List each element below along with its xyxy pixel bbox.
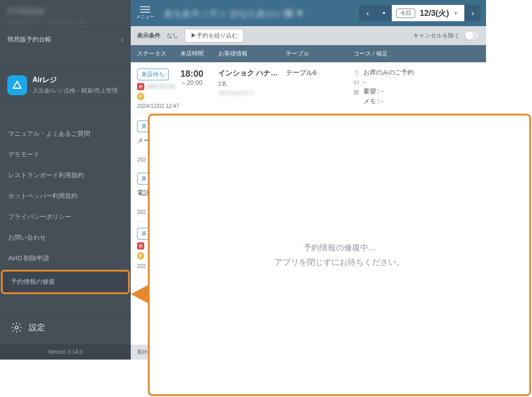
topbar: メニュー あもあキッチン おなたあらい舗 ▼ ‹ • 今日 12/3(火) ▼ …: [131, 0, 486, 26]
filter-bar: 表示条件 なし ▶予約を絞り込む キャンセルを除く: [131, 26, 486, 45]
fork-knife-icon: 🍴: [353, 69, 360, 76]
page-title[interactable]: あもあキッチン おなたあらい舗 ▼: [159, 7, 355, 19]
store-sub: あもあキッチン おなたあらい舗: [7, 18, 124, 25]
gear-icon: [11, 322, 23, 333]
cancel-filter: キャンセルを除く: [413, 31, 480, 41]
sidebar-header: CT02034 あもあキッチン おなたあらい舗: [0, 0, 131, 29]
res-code: 0462752781: [146, 83, 176, 90]
airregi-icon: [7, 75, 27, 95]
table-header: ステータス 来店時間 お客様情報 テーブル コース / 補足: [131, 45, 486, 62]
menu-label: メニュー: [136, 14, 154, 20]
col-table: テーブル: [286, 50, 353, 58]
svg-point-0: [15, 326, 18, 329]
repair-modal: 予約情報の修復中... アプリを閉じずにお待ちください。: [148, 114, 531, 396]
sidebar-row-label: 簡易版予約台帳: [7, 36, 51, 44]
date-nav: ‹ • 今日 12/3(火) ▼ ›: [359, 5, 481, 21]
guest-phone: 08078187877: [218, 90, 286, 97]
cancel-filter-label: キャンセルを除く: [413, 32, 460, 40]
version-label: Version 3.14.0: [0, 344, 131, 360]
col-time: 来店時間: [180, 50, 218, 58]
col-status: ステータス: [137, 50, 180, 58]
sidebar-item-airid-delete[interactable]: AirID 削除申請: [0, 248, 131, 269]
h-badge-icon: H: [137, 242, 144, 249]
sidebar-item-manual[interactable]: マニュアル・よくあるご質問: [0, 124, 131, 144]
p-badge-icon: P: [137, 252, 144, 259]
sidebar-item-rb-terms[interactable]: レストランボード利用規約: [0, 165, 131, 186]
tag-icon: 🏷: [353, 79, 360, 86]
date-prev-button[interactable]: ‹: [359, 5, 376, 21]
date-picker[interactable]: 今日 12/3(火) ▼: [392, 5, 464, 21]
table-cell: テーブル6: [286, 69, 353, 77]
filter-narrow-button[interactable]: ▶予約を絞り込む: [185, 29, 243, 42]
sidebar: CT02034 あもあキッチン おなたあらい舗 簡易版予約台帳 › Airレジ …: [0, 0, 131, 360]
h-badge-icon: H: [137, 83, 144, 90]
store-code: CT02034: [7, 6, 124, 17]
date-next-button[interactable]: ›: [464, 5, 481, 21]
time-start: 18:00: [180, 69, 218, 79]
col-course: コース / 補足: [353, 50, 480, 58]
course-cell: 🍴お席のみのご予約 🏷- ▤要望 : - メモ : -: [353, 69, 480, 107]
chevron-right-icon: ›: [121, 35, 124, 44]
date-text: 12/3(火): [420, 8, 449, 18]
status-badge: 来店待ち: [137, 69, 169, 80]
filter-none: なし: [167, 32, 179, 40]
filter-label: 表示条件: [137, 32, 161, 40]
hamburger-icon: [140, 6, 150, 13]
cancel-toggle[interactable]: [464, 31, 480, 41]
caret-down-icon: ▼: [454, 11, 458, 16]
reservation-row[interactable]: 来店待ち H 0462752781 P 2024/12/02 12:47 18:…: [131, 62, 486, 114]
app-desc: 入出金/レジ点検・精算/売上管理: [32, 87, 118, 95]
guest-name: インショク ハナ…: [218, 69, 286, 78]
settings-label: 設定: [29, 322, 45, 333]
date-dot-button[interactable]: •: [376, 5, 392, 21]
menu-button[interactable]: メニュー: [136, 6, 154, 20]
sidebar-item-privacy[interactable]: プライバシーポリシー: [0, 207, 131, 227]
sidebar-item-demo[interactable]: デモモード: [0, 144, 131, 165]
status-cell: 来店待ち H 0462752781 P 2024/12/02 12:47: [137, 69, 180, 109]
modal-message: 予約情報の修復中... アプリを閉じずにお待ちください。: [275, 240, 404, 270]
time-end: ～20:00: [180, 79, 218, 87]
today-badge: 今日: [396, 9, 415, 18]
note-icon: ▤: [353, 88, 360, 95]
sidebar-settings[interactable]: 設定: [0, 314, 131, 341]
modal-line2: アプリを閉じずにお待ちください。: [275, 255, 404, 269]
res-timestamp: 2024/12/02 12:47: [137, 103, 180, 109]
app-title: Airレジ: [32, 75, 118, 85]
modal-line1: 予約情報の修復中...: [275, 240, 404, 255]
sidebar-item-repair[interactable]: 予約情報の修復: [1, 270, 130, 294]
sidebar-item-inquiry[interactable]: お問い合わせ: [0, 227, 131, 248]
app-card[interactable]: Airレジ 入出金/レジ点検・精算/売上管理: [0, 68, 131, 103]
guest-count: 2名: [218, 80, 286, 88]
callout-arrow-icon: [131, 285, 148, 303]
sidebar-row-simple-book[interactable]: 簡易版予約台帳 ›: [0, 29, 131, 50]
time-cell: 18:00 ～20:00: [180, 69, 218, 87]
sidebar-menu: マニュアル・よくあるご質問 デモモード レストランボード利用規約 ホットペッパー…: [0, 124, 131, 294]
p-badge-icon: P: [137, 93, 144, 100]
col-guest: お客様情報: [218, 50, 286, 58]
guest-cell: インショク ハナ… 2名 08078187877: [218, 69, 286, 97]
sidebar-item-hp-terms[interactable]: ホットペッパー利用規約: [0, 186, 131, 207]
